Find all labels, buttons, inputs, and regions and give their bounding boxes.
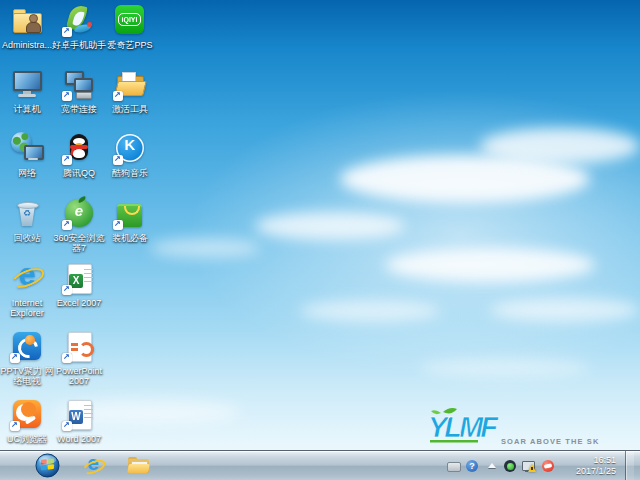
pptv-orange-ball <box>25 335 35 345</box>
security-tray-icon[interactable] <box>541 459 555 473</box>
logo-tagline: SOAR ABOVE THE SKY <box>501 437 599 446</box>
start-button[interactable] <box>28 452 66 480</box>
help-circle: ? <box>466 460 478 472</box>
desktop-icon-pptv[interactable]: PPTV聚力 网络电视 <box>1 329 53 386</box>
logo-underline <box>430 440 478 443</box>
desktop-icon-software-bag[interactable]: 装机必备 <box>104 196 156 243</box>
desktop-icon-powerpoint[interactable]: PowerPoint 2007 <box>53 329 105 386</box>
desktop: Administra... 好卓手机助手 iQIYI 爱奇艺PPS 计算机 <box>0 0 640 480</box>
uc-browser-icon <box>10 397 44 431</box>
icon-label: 装机必备 <box>102 233 158 243</box>
shortcut-arrow-icon <box>62 220 72 230</box>
show-hidden-icons-button[interactable] <box>484 459 498 473</box>
icon-label: 计算机 <box>0 104 55 114</box>
desktop-icon-iqiyi-pps[interactable]: iQIYI 爱奇艺PPS <box>104 3 156 50</box>
language-bar-shape <box>447 462 461 472</box>
desktop-icon-360-browser[interactable]: e 360安全浏览器7 <box>53 196 105 253</box>
swirl-dot <box>87 22 92 27</box>
desktop-icon-internet-explorer[interactable]: e Internet Explorer <box>1 261 53 318</box>
monitor-base <box>28 158 38 160</box>
leaf-icon <box>431 410 441 414</box>
desktop-icon-qq[interactable]: 腾讯QQ <box>53 131 105 178</box>
desktop-icon-broadband[interactable]: 宽带连接 <box>53 67 105 114</box>
iqiyi-pps-icon: iQIYI <box>113 3 147 37</box>
icon-label: 回收站 <box>0 233 55 243</box>
pie-chart-shape <box>79 342 94 357</box>
software-bag-icon <box>113 196 147 230</box>
desktop-icon-computer[interactable]: 计算机 <box>1 67 53 114</box>
icon-label: PowerPoint 2007 <box>51 366 107 386</box>
squirrel-cut <box>21 402 36 417</box>
desktop-icon-kugou[interactable]: K 酷狗音乐 <box>104 131 156 178</box>
desktop-icon-phone-assistant[interactable]: 好卓手机助手 <box>53 3 105 50</box>
cloud <box>300 300 440 322</box>
windows-start-orb-icon <box>35 453 60 478</box>
taskbar-explorer-button[interactable] <box>120 452 158 480</box>
clock-time: 16:51 <box>560 455 616 466</box>
shortcut-arrow-icon <box>62 91 72 101</box>
network-icon <box>10 131 44 165</box>
folder-front <box>127 464 150 473</box>
desktop-icon-word[interactable]: W Word 2007 <box>53 397 105 444</box>
cloud <box>255 212 405 240</box>
desktop-icon-recycle-bin[interactable]: ♻ 回收站 <box>1 196 53 243</box>
monitor-front <box>74 78 93 92</box>
system-tray: ? 16:51 2017/1/25 <box>446 451 640 480</box>
leaf-icon <box>443 408 457 413</box>
icon-label: Administra... <box>0 40 55 50</box>
warning-triangle-icon <box>528 464 536 472</box>
broadband-connection-icon <box>62 67 96 101</box>
icon-label: 酷狗音乐 <box>102 168 158 178</box>
desktop-icon-uc-browser[interactable]: UC浏览器 <box>1 397 53 444</box>
taskbar: e ? <box>0 450 640 480</box>
cloud <box>480 128 640 164</box>
excel-icon: X <box>62 261 96 295</box>
shortcut-arrow-icon <box>10 421 20 431</box>
browser-e-glyph: e <box>62 202 96 219</box>
cell-grid-lines <box>84 269 93 283</box>
word-icon: W <box>62 397 96 431</box>
network-tray-icon[interactable] <box>522 459 536 473</box>
show-desktop-button[interactable] <box>625 451 634 480</box>
icon-label: 激活工具 <box>102 104 158 114</box>
internet-explorer-icon: e <box>82 455 104 477</box>
modem <box>76 92 92 99</box>
desktop-icon-network[interactable]: 网络 <box>1 131 53 178</box>
green-status-dot <box>507 463 514 470</box>
shortcut-arrow-icon <box>113 220 123 230</box>
cloud <box>385 248 595 282</box>
language-bar-icon[interactable] <box>446 459 460 473</box>
shortcut-arrow-icon <box>113 155 123 165</box>
cloud <box>150 238 260 258</box>
person-body <box>26 22 41 33</box>
shortcut-arrow-icon <box>62 285 72 295</box>
slide-bar <box>71 343 78 346</box>
cloud <box>420 358 590 378</box>
taskbar-ie-button[interactable]: e <box>74 452 112 480</box>
excel-x-glyph: X <box>73 275 80 286</box>
ylmf-logo-text: YLMF <box>428 411 499 443</box>
icon-label: Word 2007 <box>51 434 107 444</box>
kugou-music-icon: K <box>113 131 147 165</box>
activation-folder-icon <box>113 67 147 101</box>
help-tray-icon[interactable]: ? <box>465 459 479 473</box>
recycle-symbol: ♻ <box>18 208 36 218</box>
desktop-icon-administrator[interactable]: Administra... <box>1 3 53 50</box>
cloud <box>490 298 640 322</box>
windows-explorer-folder-icon <box>128 457 150 475</box>
icon-label: 腾讯QQ <box>51 168 107 178</box>
ylmf-logo: YLMF SOAR ABOVE THE SKY <box>427 406 599 448</box>
clock-date: 2017/1/25 <box>560 466 616 477</box>
safety-tray-icon[interactable] <box>503 459 517 473</box>
penguin-belly <box>73 149 85 158</box>
user-folder-icon <box>10 3 44 37</box>
shortcut-arrow-icon <box>10 353 20 363</box>
icon-label: UC浏览器 <box>0 434 55 444</box>
icon-label: 爱奇艺PPS <box>102 40 158 50</box>
taskbar-clock[interactable]: 16:51 2017/1/25 <box>560 455 620 477</box>
icon-label: 好卓手机助手 <box>51 40 107 50</box>
icon-label: 宽带连接 <box>51 104 107 114</box>
desktop-icon-activation-tool[interactable]: 激活工具 <box>104 67 156 114</box>
internet-explorer-icon: e <box>10 261 44 295</box>
desktop-icon-excel[interactable]: X Excel 2007 <box>53 261 105 308</box>
